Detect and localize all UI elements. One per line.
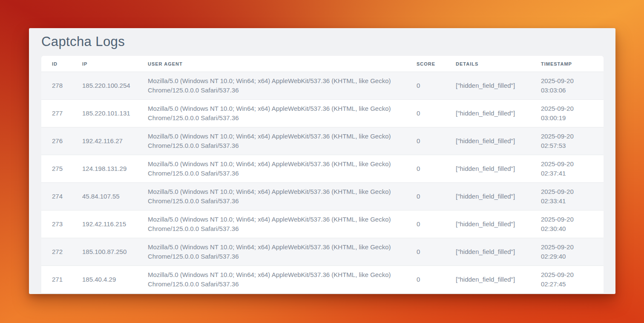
table-row: 271185.40.4.29Mozilla/5.0 (Windows NT 10… [41, 266, 604, 294]
cell-id: 276 [41, 127, 72, 155]
cell-details: ["hidden_field_filled"] [445, 72, 530, 100]
cell-timestamp: 2025-09-20 03:03:06 [530, 72, 604, 100]
cell-user-agent: Mozilla/5.0 (Windows NT 10.0; Win64; x64… [137, 266, 406, 294]
cell-timestamp: 2025-09-20 02:30:40 [530, 211, 604, 238]
cell-score: 0 [406, 183, 445, 211]
logs-table-container: ID IP USER AGENT SCORE DETAILS TIMESTAMP… [41, 56, 604, 294]
cell-score: 0 [406, 100, 445, 127]
cell-ip: 45.84.107.55 [72, 183, 137, 211]
col-header-user-agent: USER AGENT [137, 56, 406, 72]
cell-ip: 185.40.4.29 [72, 266, 137, 294]
cell-ip: 192.42.116.27 [72, 127, 137, 155]
cell-user-agent: Mozilla/5.0 (Windows NT 10.0; Win64; x64… [137, 100, 406, 127]
cell-details: ["hidden_field_filled"] [445, 155, 530, 183]
table-row: 27445.84.107.55Mozilla/5.0 (Windows NT 1… [41, 183, 604, 211]
table-header-row: ID IP USER AGENT SCORE DETAILS TIMESTAMP [41, 56, 604, 72]
cell-id: 275 [41, 155, 72, 183]
cell-details: ["hidden_field_filled"] [445, 238, 530, 266]
cell-ip: 185.220.100.254 [72, 72, 137, 100]
table-row: 273192.42.116.215Mozilla/5.0 (Windows NT… [41, 211, 604, 238]
cell-timestamp: 2025-09-20 02:29:40 [530, 238, 604, 266]
cell-user-agent: Mozilla/5.0 (Windows NT 10.0; Win64; x64… [137, 238, 406, 266]
table-header: ID IP USER AGENT SCORE DETAILS TIMESTAMP [41, 56, 604, 72]
table-body: 278185.220.100.254Mozilla/5.0 (Windows N… [41, 72, 604, 294]
cell-id: 274 [41, 183, 72, 211]
cell-timestamp: 2025-09-20 03:00:19 [530, 100, 604, 127]
cell-timestamp: 2025-09-20 02:57:53 [530, 127, 604, 155]
cell-details: ["hidden_field_filled"] [445, 211, 530, 238]
col-header-ip: IP [72, 56, 137, 72]
cell-ip: 124.198.131.29 [72, 155, 137, 183]
cell-details: ["hidden_field_filled"] [445, 127, 530, 155]
cell-ip: 185.220.101.131 [72, 100, 137, 127]
cell-id: 273 [41, 211, 72, 238]
table-row: 277185.220.101.131Mozilla/5.0 (Windows N… [41, 100, 604, 127]
cell-id: 272 [41, 238, 72, 266]
cell-user-agent: Mozilla/5.0 (Windows NT 10.0; Win64; x64… [137, 183, 406, 211]
cell-id: 277 [41, 100, 72, 127]
page-title: Captcha Logs [41, 34, 125, 49]
table-row: 278185.220.100.254Mozilla/5.0 (Windows N… [41, 72, 604, 100]
cell-id: 271 [41, 266, 72, 294]
cell-score: 0 [406, 127, 445, 155]
col-header-timestamp: TIMESTAMP [530, 56, 604, 72]
cell-id: 278 [41, 72, 72, 100]
captcha-logs-table: ID IP USER AGENT SCORE DETAILS TIMESTAMP… [41, 56, 604, 294]
cell-user-agent: Mozilla/5.0 (Windows NT 10.0; Win64; x64… [137, 127, 406, 155]
cell-user-agent: Mozilla/5.0 (Windows NT 10.0; Win64; x64… [137, 155, 406, 183]
cell-score: 0 [406, 211, 445, 238]
col-header-id: ID [41, 56, 72, 72]
table-row: 276192.42.116.27Mozilla/5.0 (Windows NT … [41, 127, 604, 155]
cell-score: 0 [406, 72, 445, 100]
captcha-logs-panel: Captcha Logs ID IP USER AGENT SCORE DETA… [29, 28, 615, 294]
cell-user-agent: Mozilla/5.0 (Windows NT 10.0; Win64; x64… [137, 211, 406, 238]
cell-score: 0 [406, 155, 445, 183]
cell-details: ["hidden_field_filled"] [445, 100, 530, 127]
table-row: 272185.100.87.250Mozilla/5.0 (Windows NT… [41, 238, 604, 266]
cell-timestamp: 2025-09-20 02:27:45 [530, 266, 604, 294]
cell-details: ["hidden_field_filled"] [445, 266, 530, 294]
cell-score: 0 [406, 266, 445, 294]
cell-score: 0 [406, 238, 445, 266]
cell-timestamp: 2025-09-20 02:37:41 [530, 155, 604, 183]
cell-details: ["hidden_field_filled"] [445, 183, 530, 211]
cell-timestamp: 2025-09-20 02:33:41 [530, 183, 604, 211]
col-header-details: DETAILS [445, 56, 530, 72]
cell-ip: 192.42.116.215 [72, 211, 137, 238]
cell-ip: 185.100.87.250 [72, 238, 137, 266]
col-header-score: SCORE [406, 56, 445, 72]
cell-user-agent: Mozilla/5.0 (Windows NT 10.0; Win64; x64… [137, 72, 406, 100]
table-row: 275124.198.131.29Mozilla/5.0 (Windows NT… [41, 155, 604, 183]
page-background: { "title": "Captcha Logs", "colors": { "… [0, 0, 644, 323]
